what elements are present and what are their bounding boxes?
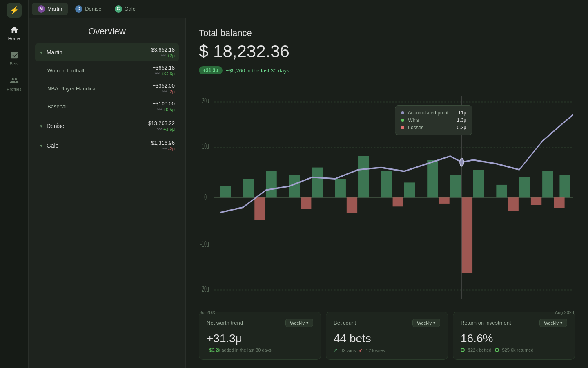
tab-denise[interactable]: D Denise	[69, 3, 107, 15]
baseball-sparkline: 〰️	[157, 107, 163, 112]
svg-rect-33	[531, 197, 541, 205]
content-area: Overview ▼ Martin $3,652.18 〰️ +2μ	[29, 18, 588, 368]
svg-rect-28	[347, 197, 357, 213]
nba-name: NBA Player Handicap	[47, 85, 98, 92]
balance-title: Total balance	[199, 28, 575, 38]
nw-weekly-btn[interactable]: Weekly ▾	[285, 319, 313, 327]
nba-right: +$352.00 〰️ -2μ	[152, 83, 175, 94]
profile-section-martin: ▼ Martin $3,652.18 〰️ +2μ Women footbal	[35, 43, 179, 115]
nw-sub: ~$6.2k added in the last 30 days	[207, 348, 313, 352]
top-tabs: M Martin D Denise G Gale	[29, 0, 588, 18]
tab-gale[interactable]: G Gale	[109, 3, 141, 15]
chart-x-labels: Jul 2023 Aug 2023	[199, 310, 575, 315]
nav-home-label: Home	[8, 36, 20, 41]
profile-name-gale: Gale	[47, 142, 59, 149]
nw-sub-rest: added in the last 30 days	[221, 348, 271, 352]
svg-rect-27	[301, 197, 311, 209]
baseball-amount: +$100.00	[152, 101, 175, 107]
gale-amount: $1,316.96	[151, 140, 175, 146]
profile-section-denise: ▼ Denise $13,263.22 〰️ +3.6μ	[35, 117, 179, 135]
martin-trend: 〰️ +2μ	[151, 53, 175, 58]
roi-betted-icon	[461, 348, 465, 352]
bc-weekly-btn[interactable]: Weekly ▾	[412, 319, 440, 327]
svg-rect-12	[266, 171, 276, 197]
stat-card-header-bc: Bet count Weekly ▾	[334, 319, 440, 327]
denise-trend: 〰️ +3.6μ	[148, 126, 175, 132]
martin-sparkline: 〰️	[160, 53, 166, 58]
chart-area: Total balance $ 18,232.36 +31.3μ +$6,260…	[186, 18, 588, 368]
profile-name-martin: Martin	[47, 49, 62, 56]
svg-rect-31	[462, 197, 472, 273]
svg-text:0: 0	[204, 192, 207, 202]
profile-header-gale[interactable]: ▼ Gale $1,316.96 〰️ -2μ	[35, 137, 179, 155]
svg-rect-26	[254, 197, 265, 220]
profile-right-gale: $1,316.96 〰️ -2μ	[151, 140, 175, 151]
profile-header-denise[interactable]: ▼ Denise $13,263.22 〰️ +3.6μ	[35, 117, 179, 135]
nav-profiles-label: Profiles	[7, 87, 22, 92]
sub-item-baseball[interactable]: Baseball +$100.00 〰️ +0.5μ	[43, 97, 179, 115]
svg-rect-29	[393, 197, 403, 206]
balance-badge-row: +31.3μ +$6,260 in the last 30 days	[199, 66, 575, 74]
svg-text:20μ: 20μ	[202, 96, 209, 105]
roi-returned: $25.6k returned	[502, 348, 534, 352]
svg-text:-20μ: -20μ	[200, 284, 209, 293]
profile-header-left-denise: ▼ Denise	[39, 123, 65, 129]
nba-amount: +$352.00	[152, 83, 175, 89]
roi-returned-icon	[495, 348, 499, 352]
bc-losses-icon: ↙	[359, 348, 363, 353]
svg-rect-18	[404, 182, 415, 197]
baseball-name: Baseball	[47, 103, 68, 110]
martin-sub-items: Women football +$652.18 〰️ +3.26μ NBA Pl…	[35, 61, 179, 115]
nw-title: Net worth trend	[207, 320, 243, 326]
balance-subtitle: +$6,260 in the last 30 days	[226, 67, 290, 74]
nav-bets-label: Bets	[9, 61, 18, 66]
nav-bets[interactable]: Bets	[0, 46, 28, 71]
baseball-right: +$100.00 〰️ +0.5μ	[152, 101, 175, 112]
svg-rect-21	[473, 170, 484, 197]
gale-avatar: G	[115, 5, 122, 13]
nw-main-value: +31.3μ	[207, 332, 313, 345]
svg-rect-24	[542, 171, 553, 197]
svg-rect-15	[335, 179, 346, 197]
bc-wins-icon: ↗	[334, 348, 337, 353]
svg-rect-14	[312, 168, 323, 198]
bets-icon	[10, 51, 19, 60]
nw-dropdown-icon: ▾	[306, 320, 309, 325]
stats-row: Net worth trend Weekly ▾ +31.3μ ~$6.2k a…	[199, 312, 575, 360]
wf-trend-val: +3.26μ	[161, 71, 175, 76]
women-football-trend: 〰️ +3.26μ	[152, 71, 175, 76]
nw-sub-green: ~$6.2k	[207, 348, 220, 352]
profile-section-gale: ▼ Gale $1,316.96 〰️ -2μ	[35, 137, 179, 155]
roi-main-value: 16.6%	[461, 332, 567, 345]
svg-rect-22	[496, 185, 507, 197]
home-icon	[10, 25, 19, 34]
x-label-aug: Aug 2023	[555, 310, 574, 315]
sidebar: ⚡ Home Bets Profiles	[0, 0, 29, 368]
profile-header-martin[interactable]: ▼ Martin $3,652.18 〰️ +2μ	[35, 43, 179, 61]
gale-trend-val: -2μ	[168, 146, 175, 151]
profile-right-denise: $13,263.22 〰️ +3.6μ	[148, 120, 175, 132]
sub-item-nba[interactable]: NBA Player Handicap +$352.00 〰️ -2μ	[43, 79, 179, 97]
svg-rect-25	[559, 175, 570, 197]
nav-home[interactable]: Home	[0, 20, 28, 46]
svg-text:-10μ: -10μ	[200, 239, 209, 248]
denise-trend-val: +3.6μ	[163, 127, 175, 132]
martin-trend-val: +2μ	[167, 53, 175, 58]
nav-profiles[interactable]: Profiles	[0, 71, 28, 96]
roi-weekly-btn[interactable]: Weekly ▾	[539, 319, 567, 327]
tab-martin[interactable]: M Martin	[32, 3, 68, 15]
martin-avatar: M	[38, 5, 45, 13]
nba-sparkline: 〰️	[162, 89, 167, 94]
profile-header-left-gale: ▼ Gale	[39, 142, 58, 149]
balance-badge: +31.3μ	[199, 66, 223, 74]
sub-item-women-football[interactable]: Women football +$652.18 〰️ +3.26μ	[43, 61, 179, 79]
roi-dropdown-icon: ▾	[560, 320, 563, 325]
profiles-icon	[10, 76, 19, 85]
svg-rect-10	[220, 186, 231, 198]
denise-amount: $13,263.22	[148, 120, 175, 126]
svg-rect-34	[554, 197, 564, 208]
women-football-name: Women football	[47, 67, 84, 74]
main-area: M Martin D Denise G Gale Overview ▼ Mart…	[29, 0, 588, 368]
svg-rect-17	[381, 171, 392, 197]
chevron-denise: ▼	[39, 124, 43, 128]
